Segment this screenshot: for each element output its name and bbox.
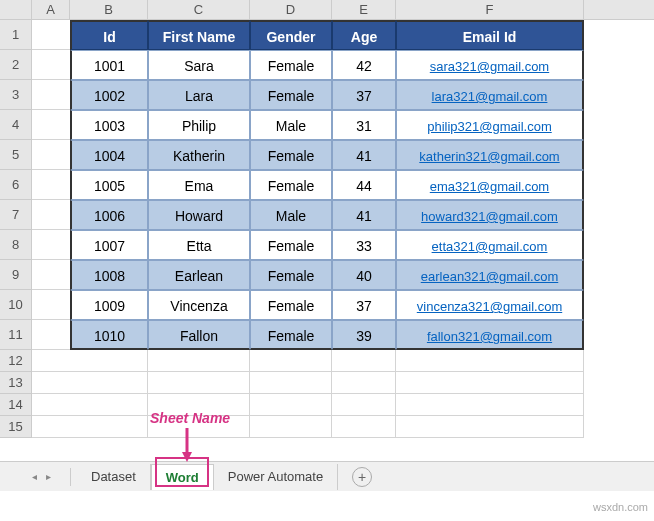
cell-firstname[interactable]: Etta [148, 230, 250, 260]
cell-age[interactable]: 31 [332, 110, 396, 140]
cell-id[interactable]: 1006 [70, 200, 148, 230]
cell-email[interactable]: katherin321@gmail.com [396, 140, 584, 170]
col-header-F[interactable]: F [396, 0, 584, 19]
cell-id[interactable]: 1003 [70, 110, 148, 140]
cell-firstname[interactable]: Katherin [148, 140, 250, 170]
cell-gender[interactable]: Male [250, 200, 332, 230]
cell-gender[interactable]: Female [250, 320, 332, 350]
cell[interactable] [32, 50, 70, 80]
cell[interactable] [32, 80, 70, 110]
cell-id[interactable]: 1002 [70, 80, 148, 110]
header-firstname[interactable]: First Name [148, 20, 250, 50]
row-header-15[interactable]: 15 [0, 416, 32, 438]
email-link[interactable]: fallon321@gmail.com [427, 329, 552, 344]
col-header-E[interactable]: E [332, 0, 396, 19]
cell[interactable] [332, 394, 396, 416]
cell[interactable] [32, 140, 70, 170]
cell-firstname[interactable]: Sara [148, 50, 250, 80]
cell[interactable] [32, 170, 70, 200]
cell[interactable] [70, 372, 148, 394]
row-header-2[interactable]: 2 [0, 50, 32, 80]
col-header-D[interactable]: D [250, 0, 332, 19]
cell[interactable] [32, 200, 70, 230]
cell-firstname[interactable]: Howard [148, 200, 250, 230]
col-header-C[interactable]: C [148, 0, 250, 19]
cell[interactable] [32, 20, 70, 50]
cell-firstname[interactable]: Earlean [148, 260, 250, 290]
row-header-14[interactable]: 14 [0, 394, 32, 416]
cell-firstname[interactable]: Vincenza [148, 290, 250, 320]
cell-firstname[interactable]: Ema [148, 170, 250, 200]
cell[interactable] [250, 350, 332, 372]
email-link[interactable]: howard321@gmail.com [421, 209, 558, 224]
cell[interactable] [32, 372, 70, 394]
row-header-6[interactable]: 6 [0, 170, 32, 200]
cell-id[interactable]: 1009 [70, 290, 148, 320]
cell-gender[interactable]: Female [250, 290, 332, 320]
cell-gender[interactable]: Female [250, 230, 332, 260]
email-link[interactable]: etta321@gmail.com [432, 239, 548, 254]
cell[interactable] [396, 416, 584, 438]
header-gender[interactable]: Gender [250, 20, 332, 50]
row-header-12[interactable]: 12 [0, 350, 32, 372]
row-header-1[interactable]: 1 [0, 20, 32, 50]
email-link[interactable]: philip321@gmail.com [427, 119, 551, 134]
cell[interactable] [70, 416, 148, 438]
cell[interactable] [32, 290, 70, 320]
cell-gender[interactable]: Female [250, 50, 332, 80]
row-header-9[interactable]: 9 [0, 260, 32, 290]
cell-email[interactable]: earlean321@gmail.com [396, 260, 584, 290]
cell-email[interactable]: philip321@gmail.com [396, 110, 584, 140]
cell-age[interactable]: 41 [332, 200, 396, 230]
cell-firstname[interactable]: Philip [148, 110, 250, 140]
cell-age[interactable]: 44 [332, 170, 396, 200]
cell-age[interactable]: 41 [332, 140, 396, 170]
row-header-13[interactable]: 13 [0, 372, 32, 394]
cell-age[interactable]: 37 [332, 290, 396, 320]
add-sheet-button[interactable]: + [352, 467, 372, 487]
cell[interactable] [396, 350, 584, 372]
cell-email[interactable]: etta321@gmail.com [396, 230, 584, 260]
cell-age[interactable]: 40 [332, 260, 396, 290]
cell-email[interactable]: ema321@gmail.com [396, 170, 584, 200]
cell[interactable] [332, 350, 396, 372]
header-email[interactable]: Email Id [396, 20, 584, 50]
header-age[interactable]: Age [332, 20, 396, 50]
email-link[interactable]: vincenza321@gmail.com [417, 299, 562, 314]
cell-gender[interactable]: Male [250, 110, 332, 140]
cell-age[interactable]: 37 [332, 80, 396, 110]
cell[interactable] [250, 416, 332, 438]
cell[interactable] [332, 416, 396, 438]
row-header-3[interactable]: 3 [0, 80, 32, 110]
cell[interactable] [32, 394, 70, 416]
cell-firstname[interactable]: Lara [148, 80, 250, 110]
row-header-5[interactable]: 5 [0, 140, 32, 170]
cell[interactable] [148, 350, 250, 372]
cell-id[interactable]: 1010 [70, 320, 148, 350]
cell[interactable] [396, 372, 584, 394]
cell-email[interactable]: vincenza321@gmail.com [396, 290, 584, 320]
header-id[interactable]: Id [70, 20, 148, 50]
select-all-corner[interactable] [0, 0, 32, 19]
tab-next-icon[interactable]: ▸ [46, 472, 56, 482]
cell-gender[interactable]: Female [250, 260, 332, 290]
cell-age[interactable]: 33 [332, 230, 396, 260]
row-header-4[interactable]: 4 [0, 110, 32, 140]
email-link[interactable]: ema321@gmail.com [430, 179, 549, 194]
cell[interactable] [332, 372, 396, 394]
cell-id[interactable]: 1005 [70, 170, 148, 200]
cell-email[interactable]: lara321@gmail.com [396, 80, 584, 110]
email-link[interactable]: lara321@gmail.com [432, 89, 548, 104]
tab-word[interactable]: Word [151, 464, 214, 490]
cell[interactable] [396, 394, 584, 416]
cell[interactable] [250, 372, 332, 394]
cell[interactable] [148, 372, 250, 394]
row-header-11[interactable]: 11 [0, 320, 32, 350]
tab-prev-icon[interactable]: ◂ [32, 472, 42, 482]
cell[interactable] [32, 260, 70, 290]
cell[interactable] [32, 320, 70, 350]
cell-id[interactable]: 1007 [70, 230, 148, 260]
col-header-A[interactable]: A [32, 0, 70, 19]
email-link[interactable]: katherin321@gmail.com [419, 149, 559, 164]
row-header-7[interactable]: 7 [0, 200, 32, 230]
